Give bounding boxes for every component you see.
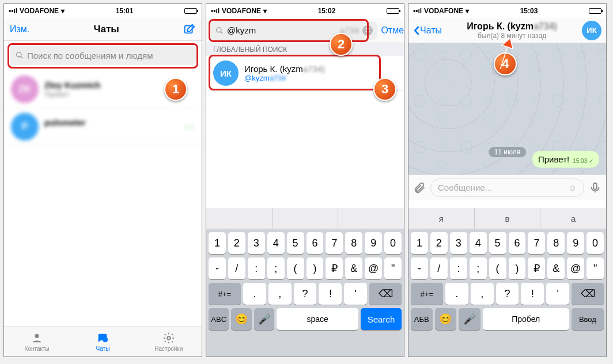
- key[interactable]: 9: [365, 232, 382, 254]
- key[interactable]: !: [319, 283, 342, 305]
- key[interactable]: :: [450, 257, 467, 279]
- key[interactable]: 3: [450, 232, 467, 254]
- backspace-key[interactable]: ⌫: [572, 283, 604, 305]
- message-input[interactable]: Сообщение...☺: [430, 179, 584, 197]
- key[interactable]: 6: [306, 232, 324, 254]
- key[interactable]: 2: [228, 232, 245, 254]
- suggestion[interactable]: а: [540, 208, 606, 229]
- key[interactable]: (: [489, 257, 506, 279]
- return-key[interactable]: Ввод: [572, 308, 604, 330]
- key[interactable]: @: [365, 257, 382, 279]
- key[interactable]: ,: [268, 283, 292, 305]
- key[interactable]: 4: [267, 232, 285, 254]
- key[interactable]: 1: [411, 232, 428, 254]
- suggestion[interactable]: [206, 208, 273, 229]
- key[interactable]: .: [243, 283, 266, 305]
- key[interactable]: ': [546, 283, 569, 305]
- symbols-key[interactable]: #+=: [209, 283, 241, 305]
- key[interactable]: 3: [248, 232, 265, 254]
- page-title: Чаты: [94, 24, 119, 35]
- message-outgoing[interactable]: Привет! 15:03 ✓: [532, 151, 599, 168]
- key[interactable]: ': [344, 283, 367, 305]
- key[interactable]: ?: [496, 283, 519, 305]
- settings-icon: [162, 332, 176, 344]
- key[interactable]: ₽: [326, 257, 343, 279]
- message-text: Привет!: [538, 154, 569, 164]
- mic-key[interactable]: 🎤: [459, 308, 480, 330]
- key[interactable]: ": [586, 257, 604, 279]
- key[interactable]: 0: [586, 232, 604, 254]
- search-input[interactable]: Поиск по сообщениям и людям: [10, 46, 196, 65]
- cancel-button[interactable]: Отмена: [381, 25, 404, 36]
- key[interactable]: &: [345, 257, 362, 279]
- key[interactable]: 9: [567, 232, 584, 254]
- suggestion[interactable]: [273, 208, 339, 229]
- key[interactable]: /: [430, 257, 448, 279]
- key[interactable]: -: [209, 257, 226, 279]
- key[interactable]: /: [228, 257, 245, 279]
- result-handle: @kyzm: [244, 74, 270, 82]
- tab-contacts[interactable]: Контакты: [4, 327, 70, 357]
- key[interactable]: ): [306, 257, 324, 279]
- key[interactable]: 5: [287, 232, 304, 254]
- key[interactable]: ": [384, 257, 402, 279]
- key-row: -/:;()₽&@": [209, 257, 402, 279]
- key[interactable]: (: [287, 257, 304, 279]
- section-header: ГЛОБАЛЬНЫЙ ПОИСК: [206, 43, 404, 56]
- suggestion[interactable]: в: [475, 208, 541, 229]
- emoji-key[interactable]: 😊: [231, 308, 251, 330]
- key[interactable]: 5: [489, 232, 506, 254]
- emoji-key[interactable]: 😊: [435, 308, 457, 330]
- suggestion[interactable]: [338, 208, 404, 229]
- key[interactable]: 8: [345, 232, 362, 254]
- key[interactable]: &: [547, 257, 565, 279]
- abc-key[interactable]: АБВ: [411, 308, 433, 330]
- tab-settings[interactable]: Настройки: [136, 327, 202, 357]
- key[interactable]: 8: [547, 232, 565, 254]
- key[interactable]: ₽: [528, 257, 545, 279]
- attach-icon[interactable]: [413, 181, 426, 194]
- search-key[interactable]: Search: [361, 308, 402, 330]
- tab-chats[interactable]: Чаты: [70, 327, 135, 357]
- avatar[interactable]: ИК: [582, 21, 601, 40]
- edit-button[interactable]: Изм.: [10, 24, 29, 35]
- key[interactable]: 0: [384, 232, 402, 254]
- svg-point-5: [217, 27, 221, 32]
- space-key[interactable]: space: [277, 308, 358, 330]
- key[interactable]: 4: [470, 232, 487, 254]
- keyboard: 1234567890 -/:;()₽&@" #+= .,?!' ⌫ ABC 😊 …: [206, 208, 404, 357]
- svg-point-1: [17, 52, 21, 57]
- key[interactable]: 1: [209, 232, 226, 254]
- key[interactable]: -: [411, 257, 428, 279]
- key[interactable]: 2: [430, 232, 448, 254]
- key[interactable]: 7: [528, 232, 545, 254]
- mic-key[interactable]: 🎤: [254, 308, 274, 330]
- compose-button[interactable]: [183, 23, 196, 36]
- back-button[interactable]: Чаты: [413, 25, 442, 36]
- chat-row[interactable]: P pulsmeter ✓✓: [4, 108, 202, 146]
- key[interactable]: 6: [509, 232, 526, 254]
- symbols-key[interactable]: #+=: [411, 283, 443, 305]
- suggestion-bar: ява: [408, 208, 606, 229]
- search-input[interactable]: [227, 25, 336, 35]
- key[interactable]: ?: [294, 283, 317, 305]
- key[interactable]: .: [445, 283, 468, 305]
- clear-button[interactable]: ✕: [362, 25, 373, 36]
- mic-icon[interactable]: [589, 181, 601, 194]
- key[interactable]: ): [509, 257, 526, 279]
- key[interactable]: :: [248, 257, 265, 279]
- key-row: ABC 😊 🎤 space Search: [209, 308, 402, 330]
- backspace-key[interactable]: ⌫: [369, 283, 402, 305]
- key[interactable]: 7: [326, 232, 343, 254]
- key[interactable]: ;: [267, 257, 285, 279]
- key[interactable]: !: [521, 283, 544, 305]
- suggestion[interactable]: я: [408, 208, 475, 229]
- search-field[interactable]: a734 ✕: [211, 21, 377, 40]
- key[interactable]: @: [567, 257, 584, 279]
- sticker-icon[interactable]: ☺: [568, 183, 577, 192]
- abc-key[interactable]: ABC: [209, 308, 229, 330]
- key[interactable]: ,: [471, 283, 494, 305]
- space-key[interactable]: Пробел: [483, 308, 569, 330]
- key[interactable]: ;: [470, 257, 487, 279]
- statusbar: ••ıl VODAFONE ▾ 15:01: [4, 4, 202, 18]
